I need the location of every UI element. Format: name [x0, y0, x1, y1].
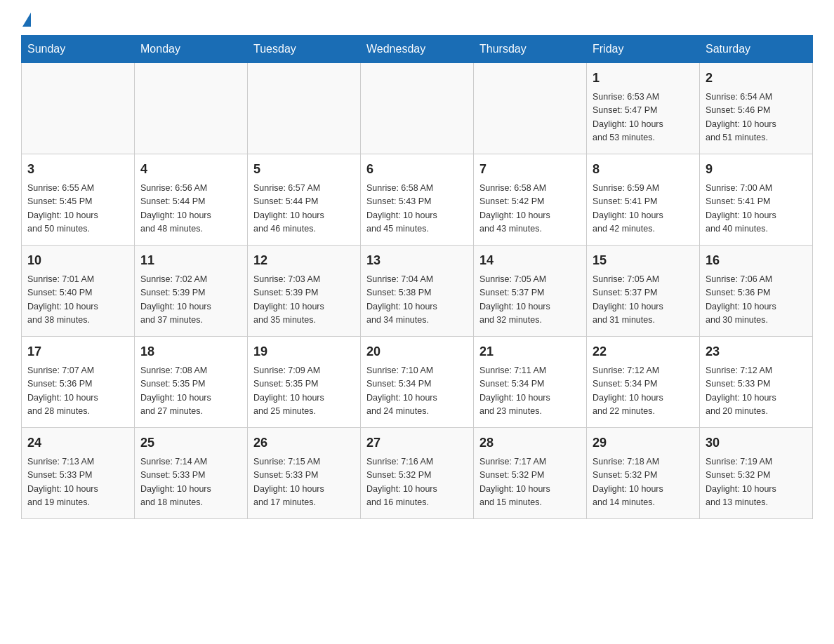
day-info: Sunrise: 7:18 AMSunset: 5:32 PMDaylight:…	[593, 455, 694, 510]
calendar-cell: 4Sunrise: 6:56 AMSunset: 5:44 PMDaylight…	[135, 154, 248, 246]
calendar-cell: 15Sunrise: 7:05 AMSunset: 5:37 PMDayligh…	[587, 246, 700, 337]
day-info: Sunrise: 7:13 AMSunset: 5:33 PMDaylight:…	[27, 455, 128, 510]
day-info: Sunrise: 7:10 AMSunset: 5:34 PMDaylight:…	[366, 364, 468, 419]
day-number: 16	[706, 251, 807, 270]
day-number: 12	[253, 251, 355, 270]
day-info: Sunrise: 7:06 AMSunset: 5:36 PMDaylight:…	[706, 273, 807, 328]
day-info: Sunrise: 7:19 AMSunset: 5:32 PMDaylight:…	[706, 455, 807, 510]
calendar-cell: 1Sunrise: 6:53 AMSunset: 5:47 PMDaylight…	[587, 63, 700, 154]
day-number: 11	[140, 251, 241, 270]
calendar-cell	[135, 63, 248, 154]
day-number: 1	[593, 69, 694, 88]
calendar-cell: 19Sunrise: 7:09 AMSunset: 5:35 PMDayligh…	[248, 337, 361, 428]
calendar-cell: 2Sunrise: 6:54 AMSunset: 5:46 PMDaylight…	[700, 63, 813, 154]
calendar-cell: 17Sunrise: 7:07 AMSunset: 5:36 PMDayligh…	[22, 337, 135, 428]
day-number: 15	[593, 251, 694, 270]
day-number: 2	[706, 69, 807, 88]
calendar-cell: 28Sunrise: 7:17 AMSunset: 5:32 PMDayligh…	[474, 428, 587, 519]
day-info: Sunrise: 7:14 AMSunset: 5:33 PMDaylight:…	[140, 455, 241, 510]
day-info: Sunrise: 6:56 AMSunset: 5:44 PMDaylight:…	[140, 182, 241, 236]
day-number: 3	[27, 160, 128, 179]
header-day-sunday: Sunday	[22, 36, 135, 63]
day-number: 13	[366, 251, 468, 270]
day-number: 21	[479, 342, 581, 361]
calendar-cell: 8Sunrise: 6:59 AMSunset: 5:41 PMDaylight…	[587, 154, 700, 246]
day-info: Sunrise: 6:59 AMSunset: 5:41 PMDaylight:…	[593, 182, 694, 236]
day-number: 22	[593, 342, 694, 361]
calendar-cell: 21Sunrise: 7:11 AMSunset: 5:34 PMDayligh…	[474, 337, 587, 428]
day-info: Sunrise: 7:09 AMSunset: 5:35 PMDaylight:…	[253, 364, 355, 419]
header-day-friday: Friday	[587, 36, 700, 63]
header-day-monday: Monday	[135, 36, 248, 63]
day-number: 26	[253, 434, 355, 452]
calendar-cell: 27Sunrise: 7:16 AMSunset: 5:32 PMDayligh…	[361, 428, 474, 519]
day-info: Sunrise: 7:00 AMSunset: 5:41 PMDaylight:…	[706, 182, 807, 236]
day-info: Sunrise: 7:11 AMSunset: 5:34 PMDaylight:…	[479, 364, 581, 419]
day-number: 5	[253, 160, 355, 179]
day-number: 30	[706, 434, 807, 452]
calendar-cell: 14Sunrise: 7:05 AMSunset: 5:37 PMDayligh…	[474, 246, 587, 337]
calendar-cell: 9Sunrise: 7:00 AMSunset: 5:41 PMDaylight…	[700, 154, 813, 246]
day-number: 20	[366, 342, 468, 361]
calendar-cell: 20Sunrise: 7:10 AMSunset: 5:34 PMDayligh…	[361, 337, 474, 428]
calendar-cell: 16Sunrise: 7:06 AMSunset: 5:36 PMDayligh…	[700, 246, 813, 337]
header-day-wednesday: Wednesday	[361, 36, 474, 63]
day-number: 27	[366, 434, 468, 452]
day-info: Sunrise: 7:12 AMSunset: 5:33 PMDaylight:…	[706, 364, 807, 419]
calendar-cell: 30Sunrise: 7:19 AMSunset: 5:32 PMDayligh…	[700, 428, 813, 519]
day-info: Sunrise: 6:54 AMSunset: 5:46 PMDaylight:…	[706, 90, 807, 145]
day-info: Sunrise: 7:16 AMSunset: 5:32 PMDaylight:…	[366, 455, 468, 510]
day-info: Sunrise: 7:07 AMSunset: 5:36 PMDaylight:…	[27, 364, 128, 419]
day-info: Sunrise: 7:17 AMSunset: 5:32 PMDaylight:…	[479, 455, 581, 510]
day-info: Sunrise: 6:53 AMSunset: 5:47 PMDaylight:…	[593, 90, 694, 145]
calendar-cell: 7Sunrise: 6:58 AMSunset: 5:42 PMDaylight…	[474, 154, 587, 246]
logo	[21, 14, 31, 28]
day-number: 6	[366, 160, 468, 179]
calendar-cell: 10Sunrise: 7:01 AMSunset: 5:40 PMDayligh…	[22, 246, 135, 337]
day-number: 18	[140, 342, 241, 361]
day-number: 17	[27, 342, 128, 361]
day-number: 25	[140, 434, 241, 452]
day-info: Sunrise: 6:55 AMSunset: 5:45 PMDaylight:…	[27, 182, 128, 236]
day-info: Sunrise: 6:58 AMSunset: 5:43 PMDaylight:…	[366, 182, 468, 236]
calendar-cell: 25Sunrise: 7:14 AMSunset: 5:33 PMDayligh…	[135, 428, 248, 519]
day-number: 4	[140, 160, 241, 179]
calendar-cell: 24Sunrise: 7:13 AMSunset: 5:33 PMDayligh…	[22, 428, 135, 519]
calendar-cell: 26Sunrise: 7:15 AMSunset: 5:33 PMDayligh…	[248, 428, 361, 519]
day-info: Sunrise: 7:02 AMSunset: 5:39 PMDaylight:…	[140, 273, 241, 328]
day-info: Sunrise: 7:03 AMSunset: 5:39 PMDaylight:…	[253, 273, 355, 328]
calendar-cell: 18Sunrise: 7:08 AMSunset: 5:35 PMDayligh…	[135, 337, 248, 428]
day-info: Sunrise: 6:57 AMSunset: 5:44 PMDaylight:…	[253, 182, 355, 236]
calendar-cell	[22, 63, 135, 154]
day-number: 23	[706, 342, 807, 361]
day-info: Sunrise: 7:12 AMSunset: 5:34 PMDaylight:…	[593, 364, 694, 419]
day-number: 10	[27, 251, 128, 270]
day-number: 7	[479, 160, 581, 179]
calendar-cell: 29Sunrise: 7:18 AMSunset: 5:32 PMDayligh…	[587, 428, 700, 519]
calendar-cell: 22Sunrise: 7:12 AMSunset: 5:34 PMDayligh…	[587, 337, 700, 428]
calendar-cell: 12Sunrise: 7:03 AMSunset: 5:39 PMDayligh…	[248, 246, 361, 337]
calendar-table: SundayMondayTuesdayWednesdayThursdayFrid…	[21, 35, 813, 519]
header-day-saturday: Saturday	[700, 36, 813, 63]
calendar-cell: 3Sunrise: 6:55 AMSunset: 5:45 PMDaylight…	[22, 154, 135, 246]
day-info: Sunrise: 6:58 AMSunset: 5:42 PMDaylight:…	[479, 182, 581, 236]
header-day-tuesday: Tuesday	[248, 36, 361, 63]
header-day-thursday: Thursday	[474, 36, 587, 63]
day-info: Sunrise: 7:01 AMSunset: 5:40 PMDaylight:…	[27, 273, 128, 328]
calendar-cell	[474, 63, 587, 154]
calendar-cell: 23Sunrise: 7:12 AMSunset: 5:33 PMDayligh…	[700, 337, 813, 428]
logo-triangle-icon	[22, 13, 31, 27]
calendar-cell: 13Sunrise: 7:04 AMSunset: 5:38 PMDayligh…	[361, 246, 474, 337]
day-number: 24	[27, 434, 128, 452]
day-number: 28	[479, 434, 581, 452]
day-info: Sunrise: 7:04 AMSunset: 5:38 PMDaylight:…	[366, 273, 468, 328]
calendar-cell: 6Sunrise: 6:58 AMSunset: 5:43 PMDaylight…	[361, 154, 474, 246]
calendar-cell: 5Sunrise: 6:57 AMSunset: 5:44 PMDaylight…	[248, 154, 361, 246]
day-number: 19	[253, 342, 355, 361]
day-number: 14	[479, 251, 581, 270]
day-number: 8	[593, 160, 694, 179]
day-info: Sunrise: 7:08 AMSunset: 5:35 PMDaylight:…	[140, 364, 241, 419]
calendar-cell	[248, 63, 361, 154]
calendar-cell: 11Sunrise: 7:02 AMSunset: 5:39 PMDayligh…	[135, 246, 248, 337]
calendar-cell	[361, 63, 474, 154]
